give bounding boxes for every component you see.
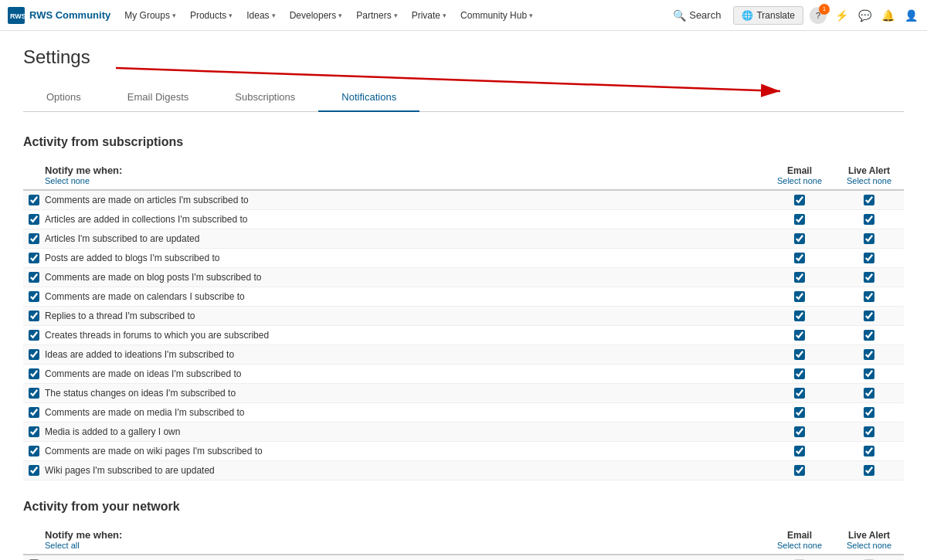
navbar: RWS RWS Community My Groups ▾ Products ▾… <box>0 0 927 31</box>
row-text: Wiki pages I'm subscribed to are updated <box>45 465 765 476</box>
row-live-checkbox[interactable] <box>864 253 874 263</box>
row-email-checkbox[interactable] <box>794 349 805 360</box>
row-main-checkbox[interactable] <box>29 195 39 205</box>
tabs-bar: Options Email Digests Subscriptions Noti… <box>23 83 904 112</box>
row-email-checkbox[interactable] <box>794 253 805 263</box>
row-live-checkbox[interactable] <box>864 195 874 205</box>
tab-subscriptions[interactable]: Subscriptions <box>212 83 318 112</box>
row-email-checkbox[interactable] <box>794 388 805 399</box>
nav-ideas[interactable]: Ideas ▾ <box>240 7 281 24</box>
tab-email-digests[interactable]: Email Digests <box>104 83 212 112</box>
row-text: Articles I'm subscribed to are updated <box>45 233 765 244</box>
row-main-checkbox[interactable] <box>29 330 39 341</box>
user-button[interactable]: 👤 <box>902 7 919 24</box>
row-email-checkbox[interactable] <box>794 407 805 418</box>
row-live-checkbox[interactable] <box>864 330 874 341</box>
row-live-checkbox[interactable] <box>864 311 874 321</box>
nav-partners[interactable]: Partners ▾ <box>350 7 403 24</box>
nav-my-groups[interactable]: My Groups ▾ <box>118 7 182 24</box>
section2-notify-me-when-label: Notify me when: Select all <box>45 529 765 550</box>
row-text: Ideas are added to ideations I'm subscri… <box>45 349 765 360</box>
row-main-checkbox[interactable] <box>29 368 39 379</box>
row-email-checkbox[interactable] <box>794 465 805 476</box>
row-main-checkbox[interactable] <box>29 426 39 437</box>
section2-live-select-none[interactable]: Select none <box>847 541 891 550</box>
section1: Activity from subscriptions Notify me wh… <box>23 135 904 480</box>
rws-logo-icon: RWS <box>8 7 25 24</box>
row-email-checkbox[interactable] <box>794 368 805 379</box>
row-live-checkbox[interactable] <box>864 272 874 283</box>
row-live-col <box>834 426 904 437</box>
row-live-checkbox[interactable] <box>864 465 874 476</box>
notification-badge: 1 <box>819 4 830 15</box>
row-main-checkbox[interactable] <box>29 233 39 244</box>
chat-button[interactable]: 💬 <box>856 7 873 24</box>
row-main-checkbox[interactable] <box>29 214 39 225</box>
row-email-checkbox[interactable] <box>794 272 805 283</box>
section1-header-row: Notify me when: Select none Email Select… <box>23 161 904 191</box>
row-main-checkbox-col <box>23 195 45 205</box>
nav-private[interactable]: Private ▾ <box>406 7 453 24</box>
row-text: Creates threads in forums to which you a… <box>45 330 765 341</box>
row-live-checkbox[interactable] <box>864 349 874 360</box>
bell-icon: 🔔 <box>881 9 895 22</box>
row-main-checkbox[interactable] <box>29 291 39 302</box>
section1-email-select-none[interactable]: Select none <box>777 176 822 185</box>
section1-select-none[interactable]: Select none <box>45 176 765 185</box>
row-main-checkbox[interactable] <box>29 272 39 283</box>
row-live-checkbox[interactable] <box>864 426 874 437</box>
translate-button[interactable]: 🌐 Translate <box>733 6 803 25</box>
row-text: Media is added to a gallery I own <box>45 426 765 437</box>
row-email-checkbox[interactable] <box>794 426 805 437</box>
row-email-checkbox[interactable] <box>794 291 805 302</box>
section1-live-select-none[interactable]: Select none <box>847 176 891 185</box>
table-row: Comments are made on articles I'm subscr… <box>23 191 904 210</box>
row-main-checkbox[interactable] <box>29 407 39 418</box>
row-main-checkbox[interactable] <box>29 349 39 360</box>
nav-products[interactable]: Products ▾ <box>184 7 239 24</box>
row-main-checkbox-col <box>23 253 45 263</box>
tab-notifications[interactable]: Notifications <box>318 83 419 112</box>
row-email-checkbox[interactable] <box>794 233 805 244</box>
row-email-checkbox[interactable] <box>794 195 805 205</box>
row-live-checkbox[interactable] <box>864 233 874 244</box>
row-email-col <box>765 368 834 379</box>
row-live-checkbox[interactable] <box>864 368 874 379</box>
row-email-checkbox[interactable] <box>794 446 805 456</box>
table-row: Comments are made on blog posts I'm subs… <box>23 268 904 287</box>
table-row: Articles are added in collections I'm su… <box>23 210 904 229</box>
chevron-down-icon: ▾ <box>529 12 533 19</box>
nav-community-hub[interactable]: Community Hub ▾ <box>454 7 539 24</box>
row-live-checkbox[interactable] <box>864 214 874 225</box>
lightning-button[interactable]: ⚡ <box>833 7 850 24</box>
row-main-checkbox[interactable] <box>29 311 39 321</box>
row-email-checkbox[interactable] <box>794 311 805 321</box>
tab-options[interactable]: Options <box>23 83 104 112</box>
row-live-checkbox[interactable] <box>864 446 874 456</box>
row-live-checkbox[interactable] <box>864 388 874 399</box>
row-main-checkbox[interactable] <box>29 253 39 263</box>
row-email-checkbox[interactable] <box>794 214 805 225</box>
row-live-col <box>834 253 904 263</box>
row-text: Articles are added in collections I'm su… <box>45 214 765 225</box>
brand-logo[interactable]: RWS RWS Community <box>8 7 110 24</box>
row-email-col <box>765 195 834 205</box>
bell-button[interactable]: 🔔 <box>879 7 896 24</box>
row-email-checkbox[interactable] <box>794 330 805 341</box>
row-live-checkbox[interactable] <box>864 407 874 418</box>
search-button[interactable]: 🔍 Search <box>667 6 727 25</box>
nav-items: My Groups ▾ Products ▾ Ideas ▾ Developer… <box>118 7 667 24</box>
chevron-down-icon: ▾ <box>172 12 176 19</box>
row-main-checkbox-col <box>23 368 45 379</box>
row-main-checkbox[interactable] <box>29 446 39 456</box>
section2-email-select-none[interactable]: Select none <box>777 541 822 550</box>
table-row: Comments are made on wiki pages I'm subs… <box>23 442 904 461</box>
row-main-checkbox-col <box>23 330 45 341</box>
nav-developers[interactable]: Developers ▾ <box>284 7 349 24</box>
help-button[interactable]: ? 1 <box>810 7 827 24</box>
row-main-checkbox[interactable] <box>29 388 39 399</box>
section2-select-all[interactable]: Select all <box>45 541 765 550</box>
search-label: Search <box>689 9 721 21</box>
row-live-checkbox[interactable] <box>864 291 874 302</box>
row-main-checkbox[interactable] <box>29 465 39 476</box>
